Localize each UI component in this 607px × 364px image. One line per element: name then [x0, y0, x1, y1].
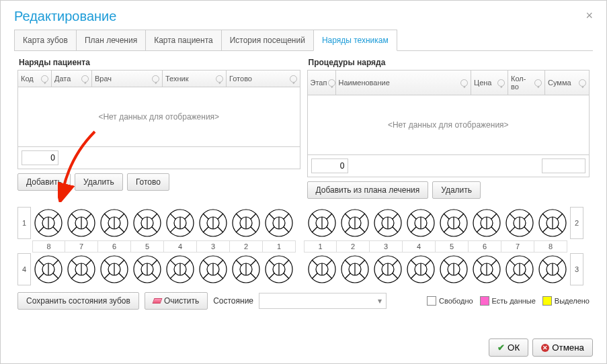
order-procedures-panel: Процедуры наряда Этап Наименование Цена …: [307, 58, 590, 199]
tooth[interactable]: [339, 207, 371, 239]
tooth[interactable]: [131, 207, 163, 239]
legend: Свободно Есть данные Выделено: [427, 296, 590, 306]
tooth[interactable]: [263, 253, 295, 285]
tooth[interactable]: [197, 253, 229, 285]
tooth[interactable]: [503, 253, 536, 285]
filter-icon[interactable]: [290, 75, 297, 83]
col-tech[interactable]: Техник: [163, 71, 227, 87]
tooth-number: 5: [131, 240, 164, 253]
footer-total-input[interactable]: [22, 150, 58, 165]
quadrant-label-4: 4: [17, 253, 31, 285]
tooth[interactable]: [65, 207, 97, 239]
tooth-number: 3: [197, 240, 230, 253]
delete-proc-button[interactable]: Удалить: [432, 181, 481, 199]
add-from-plan-button[interactable]: Добавить из плана лечения: [307, 181, 429, 199]
tooth[interactable]: [98, 207, 130, 239]
col-price[interactable]: Цена: [471, 71, 508, 95]
chevron-down-icon[interactable]: ▾: [374, 293, 386, 308]
eraser-icon: [152, 298, 162, 304]
tooth-number: 1: [304, 240, 337, 253]
tooth[interactable]: [32, 207, 65, 239]
tooth[interactable]: [471, 207, 503, 239]
teeth-row-upper: 1 2: [17, 207, 590, 239]
tooth[interactable]: [164, 253, 196, 285]
teeth-lower-right: [306, 253, 569, 285]
swatch-selected: [542, 296, 552, 306]
patient-orders-grid: Код Дата Врач Техник Готово <Нет данных …: [17, 70, 300, 169]
quadrant-label-3: 3: [570, 253, 583, 285]
filter-icon[interactable]: [534, 79, 542, 87]
tooth[interactable]: [164, 207, 196, 239]
footer-sum-input[interactable]: [542, 158, 585, 173]
filter-icon[interactable]: [152, 75, 159, 83]
col-ready[interactable]: Готово: [227, 71, 300, 87]
filter-icon[interactable]: [328, 79, 335, 87]
tab-patient-card[interactable]: Карта пациента: [145, 30, 222, 50]
filter-icon[interactable]: [41, 75, 48, 83]
tooth[interactable]: [438, 253, 470, 285]
dialog-title: Редактирование: [14, 9, 116, 24]
tooth-number: 3: [370, 240, 403, 253]
tooth[interactable]: [438, 207, 470, 239]
col-date[interactable]: Дата: [52, 71, 92, 87]
tooth[interactable]: [32, 253, 65, 285]
tooth[interactable]: [372, 207, 404, 239]
cancel-icon: ✕: [541, 344, 549, 352]
filter-icon[interactable]: [497, 79, 505, 87]
filter-icon[interactable]: [460, 79, 468, 87]
filter-icon[interactable]: [216, 75, 223, 83]
tooth[interactable]: [230, 207, 262, 239]
col-sum[interactable]: Сумма: [545, 71, 589, 95]
tooth[interactable]: [306, 253, 338, 285]
tooth[interactable]: [339, 253, 371, 285]
tooth[interactable]: [503, 207, 536, 239]
col-name[interactable]: Наименование: [336, 71, 472, 95]
state-combo[interactable]: ▾: [259, 293, 387, 309]
tooth[interactable]: [263, 207, 295, 239]
tooth[interactable]: [405, 253, 437, 285]
tooth[interactable]: [405, 207, 437, 239]
tab-body: Наряды пациента Код Дата Врач Техник Гот…: [14, 51, 593, 316]
grid-head: Этап Наименование Цена Кол-во Сумма: [308, 71, 590, 95]
close-icon[interactable]: ×: [585, 9, 593, 23]
tab-tooth-map[interactable]: Карта зубов: [14, 30, 77, 50]
tooth[interactable]: [230, 253, 262, 285]
ready-button[interactable]: Готово: [127, 173, 169, 191]
footer-count-input[interactable]: [311, 158, 348, 173]
tooth[interactable]: [536, 207, 569, 239]
add-button[interactable]: Добавить: [17, 173, 71, 191]
ok-button[interactable]: ✔ОК: [489, 338, 528, 357]
tooth[interactable]: [372, 253, 404, 285]
tooth-number: 4: [403, 240, 436, 253]
col-doctor[interactable]: Врач: [92, 71, 163, 87]
tooth[interactable]: [306, 207, 338, 239]
teeth-numbers-row: 87654321 12345678: [17, 240, 590, 253]
tooth[interactable]: [65, 253, 97, 285]
col-code[interactable]: Код: [18, 71, 52, 87]
tooth[interactable]: [471, 253, 503, 285]
col-stage[interactable]: Этап: [308, 71, 336, 95]
tab-visit-history[interactable]: История посещений: [221, 30, 314, 50]
clear-button[interactable]: Очистить: [145, 292, 208, 310]
filter-icon[interactable]: [81, 75, 89, 83]
tab-tech-orders[interactable]: Наряды техникам: [313, 30, 397, 51]
filter-icon[interactable]: [579, 79, 586, 87]
patient-orders-title: Наряды пациента: [17, 58, 300, 67]
tooth[interactable]: [131, 253, 163, 285]
order-procedures-title: Процедуры наряда: [307, 58, 590, 67]
delete-button[interactable]: Удалить: [75, 173, 123, 191]
tooth[interactable]: [197, 207, 229, 239]
cancel-button[interactable]: ✕Отмена: [532, 338, 593, 357]
tooth[interactable]: [536, 253, 569, 285]
patient-orders-panel: Наряды пациента Код Дата Врач Техник Гот…: [17, 58, 300, 199]
legend-free: Свободно: [427, 296, 473, 306]
tab-treatment-plan[interactable]: План лечения: [76, 30, 146, 50]
dialog-content: Карта зубов План лечения Карта пациента …: [1, 30, 606, 323]
tooth-number: 7: [501, 240, 534, 253]
quadrant-label-2: 2: [570, 207, 583, 239]
tooth[interactable]: [98, 253, 130, 285]
tooth-number: 6: [469, 240, 501, 253]
col-qty[interactable]: Кол-во: [508, 71, 545, 95]
save-teeth-state-button[interactable]: Сохранить состояния зубов: [17, 292, 139, 310]
bottom-toolbar: Сохранить состояния зубов Очистить Состо…: [17, 292, 590, 310]
